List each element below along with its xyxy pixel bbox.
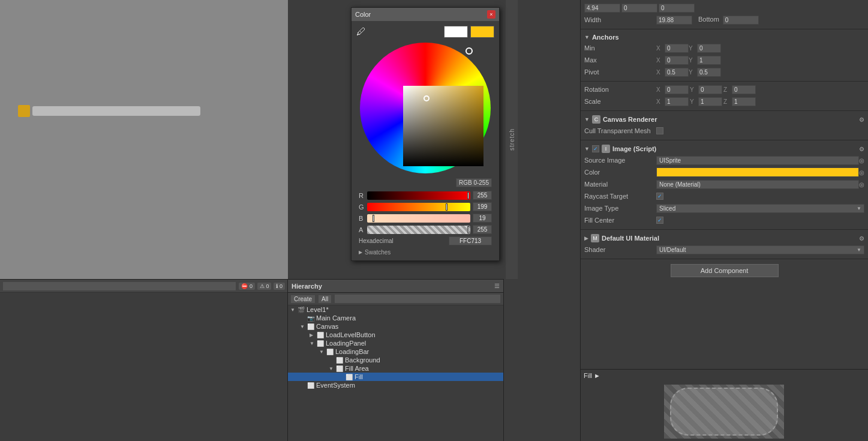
scale-z-field[interactable] bbox=[732, 97, 756, 106]
image-script-settings-icon[interactable]: ⚙ bbox=[859, 146, 864, 152]
anchor-max-y-field[interactable] bbox=[697, 56, 721, 65]
fill-center-checkbox[interactable] bbox=[656, 217, 663, 224]
a-slider-track[interactable] bbox=[367, 226, 470, 234]
canvas-icon: ⬜ bbox=[307, 323, 314, 330]
anchors-arrow-icon: ▼ bbox=[584, 34, 590, 40]
material-field[interactable]: None (Material) bbox=[656, 180, 859, 189]
r-slider-track[interactable] bbox=[367, 191, 470, 200]
shader-dropdown[interactable]: UI/Default ▼ bbox=[656, 245, 864, 254]
image-script-header[interactable]: ▼ I Image (Script) ⚙ bbox=[584, 143, 864, 155]
swatch-yellow[interactable] bbox=[470, 26, 494, 38]
swatch-white[interactable] bbox=[444, 26, 468, 38]
source-image-row: Source Image UISprite ◎ bbox=[584, 155, 864, 166]
hex-label: Hexadecimal bbox=[359, 238, 446, 244]
anchor-min-x-field[interactable] bbox=[665, 44, 689, 53]
rotation-y-field[interactable] bbox=[698, 85, 722, 94]
tree-item-loading-panel[interactable]: ▼ ⬜ LoadingPanel bbox=[288, 339, 503, 347]
rotation-row: Rotation X Y Z bbox=[584, 84, 864, 95]
rect-transform-section: Width Bottom bbox=[581, 0, 868, 29]
color-wheel-container[interactable] bbox=[360, 43, 491, 173]
pos-z-field[interactable] bbox=[659, 4, 695, 13]
canvas-renderer-arrow-icon: ▼ bbox=[584, 116, 590, 122]
load-level-icon: ⬜ bbox=[317, 332, 324, 338]
shader-row: Shader UI/Default ▼ bbox=[584, 244, 864, 255]
b-slider-thumb[interactable] bbox=[373, 215, 374, 222]
color-square[interactable] bbox=[403, 86, 483, 166]
anchors-header[interactable]: ▼ Anchors bbox=[584, 32, 864, 43]
anchor-min-y-field[interactable] bbox=[697, 44, 721, 53]
image-type-dropdown[interactable]: Sliced ▼ bbox=[656, 204, 864, 213]
canvas-renderer-header[interactable]: ▼ C Canvas Renderer ⚙ bbox=[584, 113, 864, 125]
swatches-triangle-icon: ▶ bbox=[359, 250, 362, 255]
anchor-max-x-field[interactable] bbox=[665, 56, 689, 65]
scale-y-field[interactable] bbox=[698, 97, 722, 106]
hierarchy-menu-icon[interactable]: ☰ bbox=[494, 283, 500, 289]
color-window-close-button[interactable]: × bbox=[487, 10, 495, 19]
default-material-header[interactable]: ▶ M Default UI Material ⚙ bbox=[584, 232, 864, 244]
console-search-input[interactable] bbox=[2, 281, 236, 291]
image-script-enabled-checkbox[interactable] bbox=[592, 145, 599, 152]
color-swatches-top bbox=[444, 26, 494, 38]
r-slider-thumb[interactable] bbox=[467, 192, 469, 199]
add-component-button[interactable]: Add Component bbox=[671, 264, 779, 277]
bottom-field[interactable] bbox=[723, 16, 759, 25]
b-slider-row: B bbox=[359, 214, 492, 223]
stretch-label: stretch bbox=[506, 126, 518, 153]
g-value-input[interactable] bbox=[473, 202, 492, 211]
image-color-field[interactable] bbox=[656, 167, 859, 177]
rotation-y-group: Y bbox=[690, 85, 722, 94]
image-color-picker-icon[interactable]: ◎ bbox=[859, 169, 864, 176]
pos-x-field[interactable] bbox=[584, 4, 620, 13]
create-button[interactable]: Create bbox=[290, 295, 316, 304]
pivot-x-group: X bbox=[656, 68, 689, 77]
pos-x-group bbox=[584, 4, 620, 13]
shader-label: Shader bbox=[584, 246, 656, 253]
tree-item-canvas[interactable]: ▼ ⬜ Canvas bbox=[288, 322, 503, 331]
canvas-renderer-settings-icon[interactable]: ⚙ bbox=[859, 116, 864, 123]
scene-view bbox=[0, 0, 288, 279]
tree-item-background[interactable]: ⬜ Background bbox=[288, 356, 503, 364]
r-value-input[interactable] bbox=[473, 191, 492, 200]
tree-item-loading-bar[interactable]: ▼ ⬜ LoadingBar bbox=[288, 347, 503, 356]
pivot-x-field[interactable] bbox=[665, 68, 689, 77]
rotation-x-field[interactable] bbox=[665, 85, 689, 94]
cull-mesh-checkbox[interactable] bbox=[656, 127, 663, 134]
rotation-z-field[interactable] bbox=[732, 85, 756, 94]
eyedropper-icon[interactable]: 🖊 bbox=[356, 26, 366, 37]
source-image-field[interactable]: UISprite bbox=[656, 156, 859, 165]
b-slider-track[interactable] bbox=[367, 214, 470, 223]
mode-button[interactable]: RGB 0-255 bbox=[456, 178, 492, 187]
tree-item-main-camera[interactable]: 📷 Main Camera bbox=[288, 314, 503, 322]
rotation-value: X Y Z bbox=[656, 85, 864, 94]
swatches-row[interactable]: ▶ Swatches bbox=[359, 249, 492, 256]
default-material-settings-icon[interactable]: ⚙ bbox=[859, 235, 864, 242]
anchor-max-y-letter: Y bbox=[689, 57, 696, 64]
tree-item-fill[interactable]: ⬜ Fill bbox=[288, 373, 503, 381]
shader-value: UI/Default bbox=[659, 247, 686, 253]
pivot-y-field[interactable] bbox=[697, 68, 721, 77]
anchor-min-row: Min X Y bbox=[584, 43, 864, 53]
hex-value-input[interactable] bbox=[449, 236, 492, 245]
source-image-picker-icon[interactable]: ◎ bbox=[859, 157, 864, 164]
image-script-icon: I bbox=[602, 145, 610, 153]
g-slider-track[interactable] bbox=[367, 203, 470, 211]
b-value-input[interactable] bbox=[473, 214, 492, 223]
all-button[interactable]: All bbox=[318, 295, 332, 304]
hierarchy-search-input[interactable] bbox=[334, 294, 501, 304]
a-value-input[interactable] bbox=[473, 225, 492, 234]
a-slider-thumb[interactable] bbox=[467, 226, 469, 233]
scale-x-field[interactable] bbox=[665, 97, 689, 106]
bar-track bbox=[32, 106, 200, 116]
width-field[interactable] bbox=[656, 16, 692, 25]
tree-item-fill-area[interactable]: ▼ ⬜ Fill Area bbox=[288, 364, 503, 373]
default-material-title: Default UI Material bbox=[602, 235, 659, 242]
material-picker-icon[interactable]: ◎ bbox=[859, 181, 864, 188]
pos-y-field[interactable] bbox=[621, 4, 657, 13]
g-slider-thumb[interactable] bbox=[446, 203, 447, 211]
load-level-arrow-icon: ▶ bbox=[310, 332, 316, 338]
tree-item-event-system[interactable]: ⬜ EventSystem bbox=[288, 381, 503, 389]
tree-item-load-level-btn[interactable]: ▶ ⬜ LoadLevelButton bbox=[288, 331, 503, 339]
raycast-checkbox[interactable] bbox=[656, 193, 663, 200]
rotation-section: Rotation X Y Z Scale X bbox=[581, 82, 868, 111]
tree-item-level1[interactable]: ▼ 🎬 Level1* bbox=[288, 305, 503, 314]
